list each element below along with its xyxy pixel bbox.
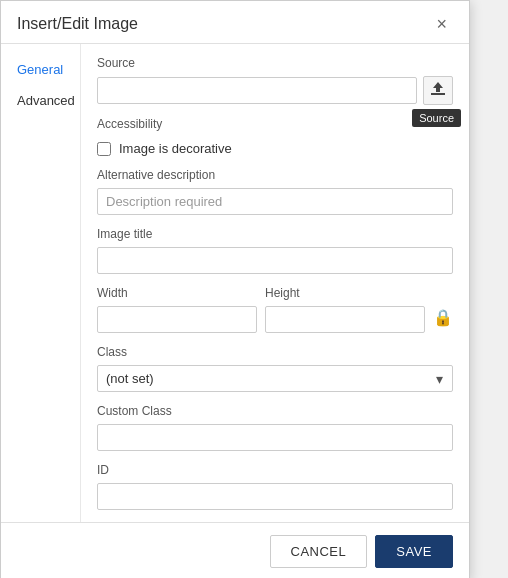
dialog-header: Insert/Edit Image × <box>1 1 469 44</box>
title-input[interactable] <box>97 247 453 274</box>
dialog-title: Insert/Edit Image <box>17 15 138 33</box>
alt-label: Alternative description <box>97 168 453 182</box>
cancel-button[interactable]: CANCEL <box>270 535 368 568</box>
title-label: Image title <box>97 227 453 241</box>
insert-edit-image-dialog: Insert/Edit Image × General Advanced Sou… <box>0 0 470 578</box>
id-field-group: ID <box>97 463 453 510</box>
dialog-body: General Advanced Source Sourc <box>1 44 469 522</box>
custom-class-input[interactable] <box>97 424 453 451</box>
height-field: Height <box>265 286 425 333</box>
sidebar: General Advanced <box>1 44 81 522</box>
class-select-wrapper: (not set) <box>97 365 453 392</box>
alt-input[interactable] <box>97 188 453 215</box>
form-content: Source Source Accessibility <box>81 44 469 522</box>
upload-icon <box>430 81 446 97</box>
height-input[interactable] <box>265 306 425 333</box>
lock-icon[interactable]: 🔒 <box>433 308 453 333</box>
size-row: Width Height 🔒 <box>97 286 453 333</box>
custom-class-label: Custom Class <box>97 404 453 418</box>
width-input[interactable] <box>97 306 257 333</box>
accessibility-label: Accessibility <box>97 117 453 131</box>
decorative-checkbox-row: Image is decorative <box>97 141 453 156</box>
width-label: Width <box>97 286 257 300</box>
source-input[interactable] <box>97 77 417 104</box>
sidebar-item-general[interactable]: General <box>9 56 72 83</box>
dialog-footer: CANCEL SAVE <box>1 522 469 578</box>
id-label: ID <box>97 463 453 477</box>
close-button[interactable]: × <box>430 13 453 35</box>
source-tooltip: Source <box>412 109 461 127</box>
svg-marker-1 <box>433 82 443 92</box>
accessibility-field-group: Accessibility Image is decorative <box>97 117 453 156</box>
source-field-group: Source Source <box>97 56 453 105</box>
title-field-group: Image title <box>97 227 453 274</box>
save-button[interactable]: SAVE <box>375 535 453 568</box>
source-row: Source <box>97 76 453 105</box>
height-label: Height <box>265 286 425 300</box>
source-label: Source <box>97 56 453 70</box>
alt-field-group: Alternative description <box>97 168 453 215</box>
class-select[interactable]: (not set) <box>97 365 453 392</box>
class-field-group: Class (not set) <box>97 345 453 392</box>
svg-rect-0 <box>431 93 445 95</box>
source-browse-button[interactable] <box>423 76 453 105</box>
custom-class-field-group: Custom Class <box>97 404 453 451</box>
class-label: Class <box>97 345 453 359</box>
id-input[interactable] <box>97 483 453 510</box>
width-field: Width <box>97 286 257 333</box>
sidebar-item-advanced[interactable]: Advanced <box>9 87 72 114</box>
decorative-label: Image is decorative <box>119 141 232 156</box>
decorative-checkbox[interactable] <box>97 142 111 156</box>
